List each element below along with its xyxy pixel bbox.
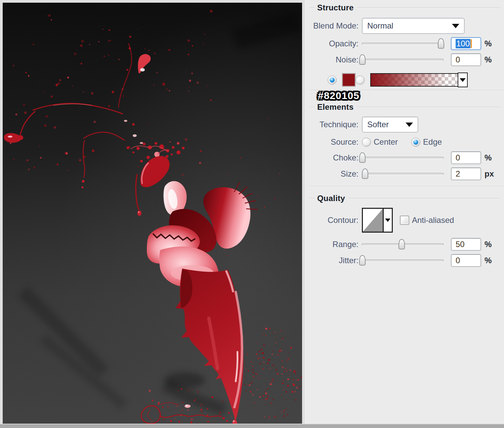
range-input[interactable]: 50 (451, 238, 481, 251)
opacity-slider[interactable] (362, 38, 444, 49)
noise-value: 0 (456, 55, 460, 64)
blend-mode-label: Blend Mode: (310, 21, 359, 31)
section-title: Quality (317, 194, 345, 203)
source-edge-label[interactable]: Edge (423, 137, 442, 147)
layer-style-panel: #820105 Structure Blend Mode: Normal Opa… (304, 0, 504, 424)
source-center-radio[interactable] (362, 138, 371, 147)
slider-thumb[interactable] (398, 239, 405, 249)
section-header-structure: Structure (310, 3, 500, 12)
window-bottom-strip (0, 424, 504, 428)
opacity-unit: % (485, 39, 492, 48)
size-label: Size: (310, 169, 359, 179)
size-input[interactable]: 2 (451, 168, 481, 180)
color-swatch[interactable] (342, 73, 355, 87)
choke-unit: % (485, 153, 492, 162)
choke-label: Choke: (310, 153, 359, 162)
opacity-value: 100 (456, 39, 470, 48)
noise-slider[interactable] (362, 54, 444, 65)
noise-unit: % (485, 55, 492, 64)
range-unit: % (485, 240, 492, 249)
noise-row: Noise: 0 % (310, 53, 500, 66)
choke-input[interactable]: 0 (451, 151, 481, 164)
gradient-bar[interactable] (370, 73, 458, 87)
jitter-value: 0 (456, 256, 460, 265)
slider-track (362, 157, 444, 159)
slider-track (362, 259, 444, 262)
choke-row: Choke: 0 % (310, 151, 500, 164)
chevron-down-icon (406, 123, 413, 127)
technique-dropdown[interactable]: Softer (362, 116, 418, 133)
blend-mode-dropdown[interactable]: Normal (362, 18, 465, 34)
slider-thumb[interactable] (438, 38, 444, 49)
chevron-down-icon (452, 24, 459, 28)
glow-color-row (310, 73, 500, 87)
range-label: Range: (310, 240, 359, 249)
range-slider[interactable] (362, 239, 444, 250)
chevron-down-icon (460, 78, 466, 82)
size-value: 2 (456, 169, 460, 179)
range-value: 50 (456, 240, 465, 249)
size-slider[interactable] (362, 168, 444, 180)
size-unit: px (485, 169, 494, 179)
opacity-row: Opacity: 100 % (310, 37, 500, 50)
text-caret (471, 39, 472, 48)
noise-label: Noise: (310, 55, 359, 64)
gradient-radio[interactable] (355, 76, 365, 85)
noise-input[interactable]: 0 (451, 53, 481, 66)
technique-row: Technique: Softer (310, 116, 500, 133)
size-row: Size: 2 px (310, 167, 500, 181)
wall-background (3, 3, 302, 424)
splash-artwork (3, 3, 302, 424)
jitter-unit: % (485, 256, 492, 265)
source-row: Source: Center Edge (310, 137, 500, 147)
section-title: Structure (317, 3, 354, 12)
slider-track (362, 43, 444, 45)
slider-thumb[interactable] (359, 54, 366, 65)
contour-row: Contour: Anti-aliased (310, 207, 500, 233)
range-row: Range: 50 % (310, 238, 500, 251)
contour-dropdown-strip[interactable] (383, 209, 392, 232)
image-preview-canvas (3, 3, 302, 424)
section-divider (310, 186, 504, 187)
antialiased-label[interactable]: Anti-aliased (412, 216, 454, 225)
slider-thumb[interactable] (362, 169, 368, 179)
source-edge-radio[interactable] (411, 138, 420, 147)
slider-track (362, 173, 444, 175)
jitter-input[interactable]: 0 (451, 254, 481, 267)
color-hex-tag: #820105 (318, 90, 360, 101)
choke-slider[interactable] (362, 152, 444, 163)
contour-picker[interactable] (362, 208, 393, 233)
chevron-down-icon (385, 219, 390, 222)
contour-thumbnail[interactable] (363, 209, 383, 232)
layer-style-screenshot: #820105 Structure Blend Mode: Normal Opa… (0, 0, 504, 428)
technique-value: Softer (367, 120, 389, 129)
blend-mode-row: Blend Mode: Normal (310, 17, 500, 34)
source-label: Source: (310, 137, 359, 147)
section-header-elements: Elements (310, 103, 500, 111)
source-center-label[interactable]: Center (374, 137, 398, 147)
slider-thumb[interactable] (359, 255, 366, 266)
solid-color-radio[interactable] (328, 76, 337, 85)
blend-mode-value: Normal (367, 21, 393, 31)
section-title: Elements (317, 102, 353, 112)
slider-track (362, 59, 444, 61)
section-header-quality: Quality (310, 194, 500, 203)
jitter-label: Jitter: (310, 256, 359, 265)
opacity-label: Opacity: (310, 39, 359, 48)
antialiased-checkbox[interactable] (400, 216, 409, 225)
jitter-slider[interactable] (362, 255, 444, 266)
technique-label: Technique: (310, 120, 359, 129)
opacity-input[interactable]: 100 (451, 37, 481, 50)
jitter-row: Jitter: 0 % (310, 254, 500, 267)
slider-thumb[interactable] (359, 152, 366, 163)
gradient-picker-button[interactable] (458, 73, 468, 87)
choke-value: 0 (456, 153, 460, 162)
contour-label: Contour: (310, 216, 359, 225)
